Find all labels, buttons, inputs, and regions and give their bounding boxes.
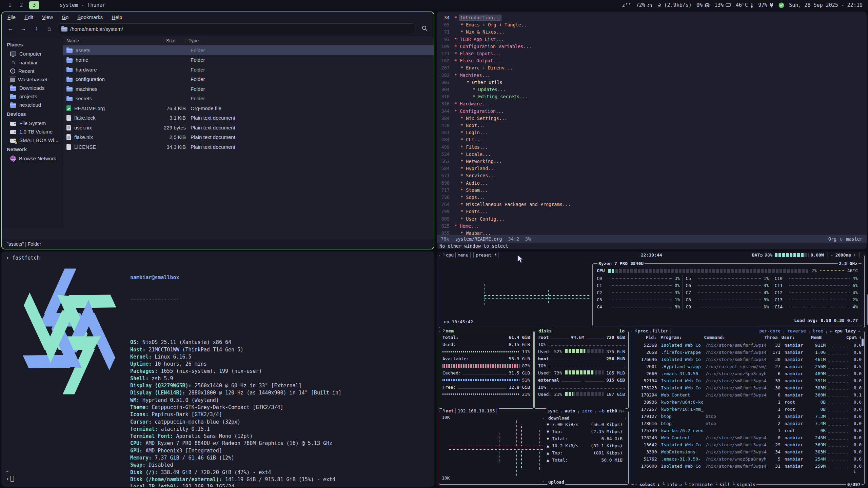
headphones-icon[interactable] — [647, 3, 652, 8]
sidebar-item[interactable]: Recent — [7, 67, 63, 75]
process-row[interactable]: 176223 Isolated Web Co /nix/store/sm8fmr… — [631, 384, 864, 391]
sidebar-item[interactable]: ⌂ nambiar — [7, 58, 63, 67]
workspace-2[interactable]: 2 — [16, 1, 27, 9]
disks-io-label[interactable]: io — [619, 327, 625, 334]
process-row[interactable]: 179127 btop btop 2 nambiar 7.3M 0.0 — [631, 413, 864, 420]
net-auto-button[interactable]: auto — [565, 407, 575, 414]
process-row[interactable]: 38936 kworker/u64:6-kc 1 root 0B 0.0 — [631, 399, 864, 406]
column-size[interactable]: Size — [163, 38, 186, 43]
process-row[interactable]: 178294 Web Content /nix/store/sm8fmrf3wp… — [631, 391, 864, 399]
column-type[interactable]: Type — [186, 38, 199, 43]
header-mem[interactable]: MemB — [805, 334, 822, 341]
process-row[interactable]: 13642 Isolated Web Co /nix/store/sm8fmrf… — [631, 441, 864, 448]
mouse-cursor — [517, 255, 525, 264]
kill-action[interactable]: kill — [719, 481, 730, 487]
file-row[interactable]: home Folder — [63, 55, 434, 65]
file-row[interactable]: assets Folder — [63, 45, 434, 55]
header-threads[interactable]: Threads: — [764, 334, 777, 341]
up-button[interactable]: ↑ — [32, 25, 41, 32]
menu-button[interactable]: menu — [458, 251, 468, 259]
header-pid[interactable]: Pid: — [634, 334, 656, 341]
info-action[interactable]: info — [667, 481, 677, 487]
net-sync-button[interactable]: sync — [547, 407, 558, 414]
sidebar-item-icon — [10, 86, 16, 91]
upload-spike — [499, 450, 499, 463]
file-row[interactable]: machines Folder — [63, 84, 434, 94]
process-row[interactable]: 52134 Isolated Web Co /nix/store/sm8fmrf… — [631, 377, 864, 384]
net-prev-button[interactable]: ←b — [599, 407, 605, 414]
menu-item[interactable]: Help — [112, 14, 122, 20]
path-text[interactable]: /home/nambiar/system/ — [70, 26, 123, 32]
filter-button[interactable]: filter — [652, 327, 668, 334]
file-row[interactable]: secrets Folder — [63, 94, 434, 104]
process-row[interactable]: 177257 kworker/10:1-mm_ 1 root 0B 0.0 — [631, 406, 864, 413]
column-name[interactable]: Name — [63, 38, 163, 43]
menu-item[interactable]: Bookmarks — [77, 14, 103, 20]
file-row[interactable]: README.org 76,4 KiB Org-mode file — [63, 103, 434, 113]
terminate-action[interactable]: terminate — [689, 481, 712, 487]
sort-right-button[interactable]: → — [858, 327, 861, 334]
net-next-button[interactable]: n→ — [619, 407, 625, 414]
menu-item[interactable]: File — [7, 14, 16, 20]
clock-date[interactable]: Sun, 28 Sep 2025 - 22:19 — [789, 2, 863, 8]
process-row[interactable]: 2660 .emacs-31.0.50- /nix/store/wnqz5pa8… — [631, 370, 864, 377]
home-button[interactable]: ⌂ — [45, 25, 54, 32]
updates-ok-icon[interactable] — [778, 2, 784, 8]
workspace-3-active[interactable]: 3 — [29, 1, 39, 9]
workspace-1[interactable]: 1 — [4, 1, 16, 9]
net-zero-button[interactable]: zero — [582, 407, 592, 414]
search-icon[interactable] — [419, 25, 430, 32]
header-user[interactable]: User: — [782, 334, 805, 341]
sort-left-button[interactable]: ← — [830, 327, 833, 334]
process-row[interactable]: 52368 Isolated Web Co /nix/store/sm8fmrf… — [631, 342, 864, 349]
interval-minus-button[interactable]: - — [831, 251, 833, 259]
sidebar-item[interactable]: Browse Network — [7, 154, 63, 163]
forward-button[interactable]: → — [19, 25, 28, 32]
path-bar[interactable]: /home/nambiar/system/ — [58, 23, 415, 34]
menu-item[interactable]: Edit — [24, 14, 33, 20]
header-command[interactable]: Command: — [704, 334, 764, 341]
interval-plus-button[interactable]: + — [853, 251, 856, 259]
header-program[interactable]: Program: — [660, 334, 704, 341]
signals-action[interactable]: signals — [737, 481, 755, 487]
sidebar-item[interactable]: Downloads — [7, 84, 63, 92]
tree-button[interactable]: tree — [813, 327, 823, 334]
process-row[interactable]: 2601 .Hyprland-wrapp /run/current-system… — [631, 363, 864, 370]
process-row[interactable]: 178616 btop btop 2 nambiar 7.4M 0.0 — [631, 420, 864, 427]
sidebar-item[interactable]: Wastebasket — [7, 75, 63, 84]
org-heading-line: 764 * Miscellaneous Packages and Program… — [437, 201, 867, 208]
header-cpu[interactable]: Cpu% — [843, 334, 857, 341]
process-row[interactable]: 3390 WebExtensions /nix/store/sm8fmrf3wp… — [631, 448, 864, 455]
process-row[interactable]: 175749 kworker/6:2-even 1 root 0B 0.0 — [631, 427, 864, 434]
sidebar-item[interactable]: File System — [7, 119, 63, 127]
process-row[interactable]: 176000 Isolated Web Co /nix/store/sm8fmr… — [631, 463, 864, 470]
menu-item[interactable]: View — [42, 14, 53, 20]
idle-inhibit-icon[interactable]: zᶻᶻ — [622, 2, 631, 8]
sidebar-item[interactable]: 1,0 TB Volume — [7, 127, 63, 136]
sidebar-item[interactable]: nextcloud — [7, 101, 63, 109]
file-row[interactable]: flake.lock 3,1 KiB Plain text document — [63, 113, 434, 123]
file-row[interactable]: flake.nix 2,5 KiB Plain text document — [63, 133, 434, 142]
sidebar-item[interactable]: projects — [7, 92, 63, 101]
file-row[interactable]: LICENSE 34,3 KiB Plain text document — [63, 142, 434, 152]
proc-scrollbar-thumb[interactable] — [862, 339, 864, 346]
menu-item[interactable]: Go — [62, 14, 68, 20]
reverse-button[interactable]: reverse — [787, 327, 806, 334]
preset-button[interactable]: preset * — [476, 251, 497, 259]
sidebar-item[interactable]: SMALLBOX Wi... — [7, 136, 63, 144]
network-link-icon[interactable] — [657, 3, 662, 8]
core-row: C31% — [597, 296, 680, 303]
percore-button[interactable]: per-core — [760, 327, 781, 334]
core-row: C23% — [597, 289, 680, 296]
major-mode[interactable]: Org — [828, 236, 836, 242]
process-row[interactable]: 51762 .emacs-31.0.50- /nix/store/wnqz5pa… — [631, 455, 864, 463]
file-row[interactable]: hardware Folder — [63, 65, 434, 75]
back-button[interactable]: ← — [6, 25, 15, 32]
process-row[interactable]: 2658 .firefox-wrappe /nix/store/sm8fmrf3… — [631, 349, 864, 356]
file-row[interactable]: configuration Folder — [63, 75, 434, 84]
select-action[interactable]: select — [639, 481, 655, 487]
sidebar-item[interactable]: Computer — [7, 49, 63, 58]
process-row[interactable]: 176646 Isolated Web Co /nix/store/sm8fmr… — [631, 356, 864, 363]
process-row[interactable]: 178248 Web Content /nix/store/sm8fmrf3wp… — [631, 434, 864, 441]
file-row[interactable]: user.nix 229 bytes Plain text document — [63, 123, 434, 133]
